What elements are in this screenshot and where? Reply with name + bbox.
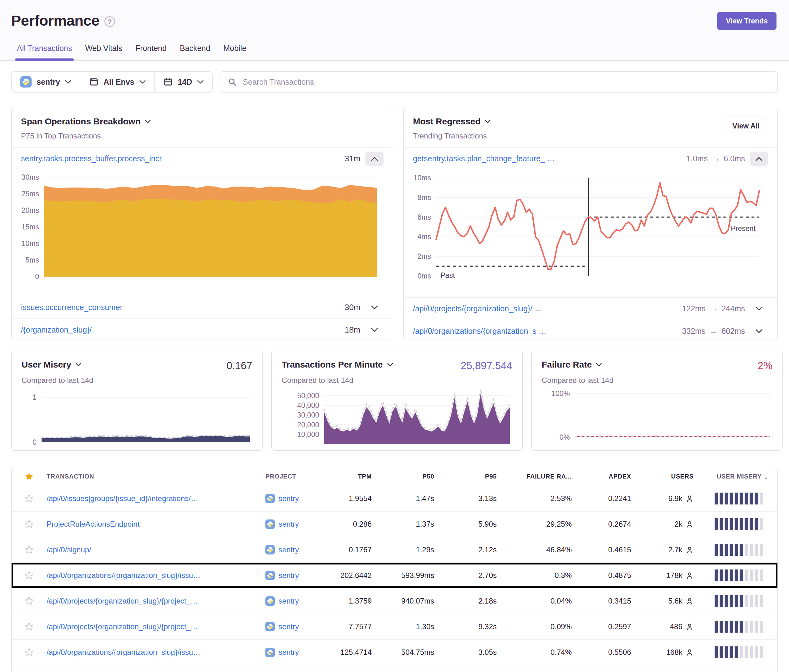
tpm-cell: 0.1767 [349,546,384,554]
arrow-right-icon: → [711,154,720,163]
date-range-selector[interactable]: 14D [155,72,212,92]
transaction-link[interactable]: issues.occurrence_consumer [21,303,123,312]
star-outline-icon[interactable] [24,648,34,657]
misery-bar [760,518,763,530]
transaction-link[interactable]: sentry.tasks.process_buffer.process_incr [21,154,162,163]
transaction-link[interactable]: /api/0/signup/ [46,546,265,554]
tab[interactable]: Backend [180,44,210,60]
user-misery-bars [715,570,778,581]
table-row[interactable] [11,666,778,672]
column-header-transaction[interactable]: TRANSACTION [46,473,265,480]
column-header-project[interactable]: PROJECT [265,473,325,480]
view-all-button[interactable]: View All [724,117,768,135]
user-misery-title-row[interactable]: User Misery [22,360,81,370]
table-row[interactable]: /api/0/projects/{organization_slug}/{pro… [11,589,778,614]
column-header-tpm[interactable]: TPM [358,473,384,480]
tab[interactable]: Web Vitals [85,44,122,60]
project-cell[interactable]: sentry [265,494,325,503]
p50-cell: 1.47s [416,494,447,503]
misery-bar [755,621,758,633]
transaction-link[interactable]: /api/0/projects/{organization_slug}/{pro… [46,597,265,605]
column-header-p95[interactable]: P95 [485,473,509,480]
collapse-button[interactable] [366,152,383,166]
failure-rate-cell: 46.84% [546,546,584,554]
python-project-icon [265,571,275,580]
table-row[interactable]: ProjectRuleActionsEndpoint sentry 0.286 … [11,512,778,537]
project-cell[interactable]: sentry [265,622,325,631]
misery-bar [750,646,753,658]
column-header-users[interactable]: USERS [671,473,706,480]
column-header-failure-rate[interactable]: FAILURE RA... [527,473,584,480]
misery-bar [739,646,743,658]
table-row[interactable]: /api/0/organizations/{organization_slug}… [11,563,778,589]
table-row[interactable]: /api/0/issues|groups/{issue_id}/integrat… [11,486,778,512]
misery-bar [720,544,723,556]
transaction-link[interactable]: /api/0/organizations/{organization_slug}… [46,648,265,657]
star-outline-icon[interactable] [24,596,34,606]
tpm-cell: 0.286 [353,520,384,528]
star-outline-icon[interactable] [24,494,34,503]
failure-rate-title-row[interactable]: Failure Rate [542,360,602,370]
transaction-link[interactable]: /api/0/issues|groups/{issue_id}/integrat… [46,494,265,503]
project-cell[interactable]: sentry [265,596,325,606]
misery-bar [720,646,723,658]
project-cell[interactable]: sentry [265,571,325,580]
misery-bar [720,570,723,581]
tab-bar: All Transactions Web Vitals Frontend Bac… [11,44,776,60]
tab[interactable]: Frontend [135,44,167,60]
tpm-cell: 1.3759 [349,597,384,605]
chevron-down-icon [371,328,378,332]
user-misery-bars [715,493,778,504]
project-cell[interactable]: sentry [265,519,325,529]
table-row[interactable]: /api/0/signup/ sentry 0.1767 1.29s 2.12s… [11,537,778,563]
p95-cell: 5.90s [478,520,509,528]
misery-bar [755,646,758,658]
failure-rate-cell: 0.74% [551,648,584,657]
transaction-link[interactable]: getsentry.tasks.plan_change_feature_ … [413,154,555,163]
view-trends-button[interactable]: View Trends [717,12,776,30]
collapse-button[interactable] [750,152,768,166]
transaction-link[interactable]: /api/0/organizations/{organization_slug}… [46,571,265,580]
star-outline-icon[interactable] [24,571,34,580]
python-project-icon [265,596,275,606]
star-outline-icon[interactable] [24,622,34,631]
misery-bar [760,621,763,633]
table-row[interactable]: /api/0/projects/{organization_slug}/{pro… [11,614,778,640]
chevron-down-icon [485,120,490,123]
regressed-panel-title-row[interactable]: Most Regressed [413,117,490,126]
apdex-cell: 0.4615 [609,546,644,554]
regressed-panel-subtitle: Trending Transactions [413,132,490,140]
project-selector[interactable]: sentry [11,72,80,92]
misery-bar [750,595,753,607]
tab[interactable]: Mobile [223,44,246,60]
expand-button[interactable] [750,324,768,338]
project-cell[interactable]: sentry [265,545,325,554]
help-icon[interactable]: ? [104,16,115,27]
failure-rate-cell: 29.25% [546,520,584,528]
transaction-link[interactable]: /api/0/projects/{organization_slug}/{pro… [46,622,265,631]
span-panel-title-row[interactable]: Span Operations Breakdown [21,117,151,126]
search-input[interactable] [242,77,770,87]
star-filled-icon[interactable] [24,472,34,481]
table-row[interactable]: /api/0/organizations/{organization_slug}… [11,640,778,666]
column-header-user-misery[interactable]: USER MISERY↓ [717,472,778,481]
project-cell[interactable]: sentry [265,648,325,657]
column-header-p50[interactable]: P50 [423,473,447,480]
tpm-title-row[interactable]: Transactions Per Minute [282,360,393,370]
column-header-apdex[interactable]: APDEX [609,473,644,480]
expand-button[interactable] [366,323,383,337]
misery-bar [730,544,733,556]
expand-button[interactable] [750,302,768,316]
star-outline-icon[interactable] [24,519,34,529]
user-misery-bars [715,595,778,607]
transaction-link[interactable]: /api/0/projects/{organization_slug}/ … [413,304,542,313]
transaction-link[interactable]: ProjectRuleActionsEndpoint [46,520,265,528]
transaction-link[interactable]: /api/0/organizations/{organization_s … [413,327,546,336]
tab[interactable]: All Transactions [17,44,72,60]
expand-button[interactable] [366,300,383,315]
page-header: Performance ? View Trends All Transactio… [0,0,789,61]
transaction-link[interactable]: /{organization_slug}/ [21,326,92,334]
environment-selector[interactable]: All Envs [80,72,155,92]
star-outline-icon[interactable] [24,545,34,554]
svg-text:20ms: 20ms [22,206,39,214]
